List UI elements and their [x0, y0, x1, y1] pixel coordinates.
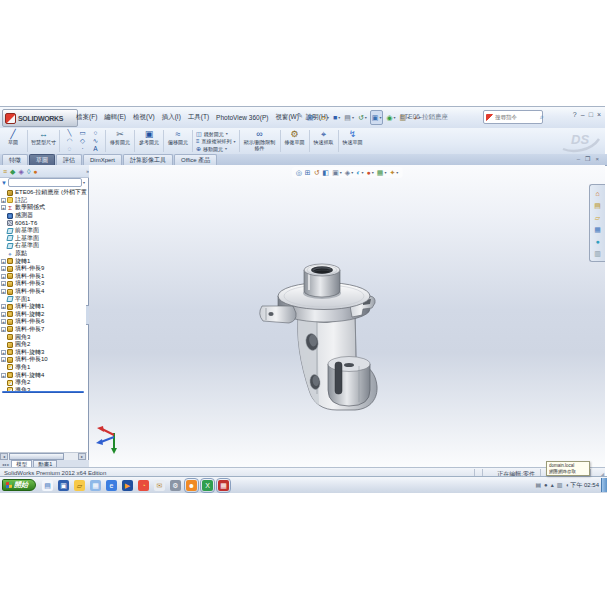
quick-snaps-button[interactable]: ⌖快速抓取 [311, 128, 337, 154]
expand-icon[interactable]: + [1, 198, 6, 203]
tree-item-圓角2[interactable]: 圓角2 [1, 341, 87, 349]
tree-item-右基準面[interactable]: 右基準面 [1, 242, 87, 250]
menu-item-4[interactable]: 工具(T) [188, 113, 209, 122]
convert-entities-button[interactable]: ▣參考圖元 [136, 128, 162, 154]
view-palette-tab-icon[interactable]: ▦ [594, 225, 601, 234]
undo-button[interactable]: ↺▾ [357, 111, 368, 124]
folder-taskbar-icon[interactable]: ▱ [74, 480, 85, 491]
tree-item-平面1[interactable]: 平面1 [1, 295, 87, 303]
search-icon[interactable]: ⌕ [540, 113, 544, 121]
start-button[interactable]: 開始 [2, 479, 36, 491]
expand-icon[interactable]: + [1, 327, 6, 332]
tree-item-導角2[interactable]: 導角2 [1, 379, 87, 387]
maximize-icon[interactable]: □ [589, 111, 593, 119]
search-input[interactable] [495, 114, 525, 120]
hide-show-items-button[interactable]: ◐▾ [356, 168, 363, 177]
menu-item-0[interactable]: 檔案(F) [76, 113, 97, 122]
tab-計算影像工具[interactable]: 計算影像工具 [123, 154, 173, 165]
tree-item-前基準面[interactable]: 前基準面 [1, 227, 87, 235]
expand-icon[interactable]: + [1, 205, 6, 210]
solidworks-running-taskbar-icon[interactable]: ▦ [218, 480, 229, 491]
zoom-area-button[interactable]: ⊞ [305, 168, 311, 177]
sketch-button[interactable]: ╱草圖 [0, 128, 26, 154]
point-tool-icon[interactable]: · [76, 145, 89, 153]
appearances-scenes-tab-icon[interactable]: ● [595, 237, 599, 246]
close-icon[interactable]: × [597, 111, 601, 119]
show-desktop-button[interactable] [601, 478, 607, 492]
tree-item-圓角3[interactable]: 圓角3 [1, 333, 87, 341]
tree-item-填料-伸長3[interactable]: +填料-伸長3 [1, 280, 87, 288]
displaymanager-tab-icon[interactable]: ● [33, 167, 37, 176]
menu-item-3[interactable]: 插入(I) [162, 113, 181, 122]
offset-entities-button[interactable]: ≈偏移圖元 [165, 128, 191, 154]
tree-root-item[interactable]: ETE06-拉銷應座 (外梢下置-密封<<-外梢 [1, 189, 87, 197]
update-tray-icon[interactable]: ● [544, 481, 548, 489]
view-settings-button[interactable]: ✦▾ [389, 168, 398, 177]
tab-特徵[interactable]: 特徵 [2, 154, 28, 165]
ellipse-tool-icon[interactable]: ◌ [63, 145, 76, 153]
doc-minimize-icon[interactable]: ‒ [577, 155, 580, 163]
dimxpertmanager-tab-icon[interactable]: ◊ [27, 167, 30, 176]
expand-icon[interactable]: + [1, 304, 6, 309]
propertymanager-tab-icon[interactable]: ◆ [10, 167, 15, 176]
menu-item-6[interactable]: 視窗(W) [275, 113, 298, 122]
apply-scene-button[interactable]: ▦▾ [377, 168, 387, 177]
expand-icon[interactable]: + [1, 259, 6, 264]
hidden-icons-tray-icon[interactable]: ▴ [551, 481, 554, 489]
settings-taskbar-icon[interactable]: ⚙ [170, 480, 181, 491]
filter-caret-icon[interactable]: ▾ [83, 180, 85, 185]
selection-filter-button[interactable]: ▣▾ [370, 110, 384, 125]
tree-item-填料-伸長1[interactable]: +填料-伸長1 [1, 273, 87, 281]
tree-item-上基準面[interactable]: 上基準面 [1, 235, 87, 243]
edit-appearance-button[interactable]: ●▾ [367, 168, 374, 177]
tree-item-填料-旋轉3[interactable]: +填料-旋轉3 [1, 348, 87, 356]
document-taskbar-icon[interactable]: ▤ [42, 480, 53, 491]
pin-icon[interactable]: ✎ [297, 112, 303, 120]
new-button[interactable]: ▤▾ [306, 111, 318, 124]
expand-icon[interactable]: + [1, 357, 6, 362]
tree-item-填料-旋轉2[interactable]: +填料-旋轉2 [1, 311, 87, 319]
expand-icon[interactable]: + [1, 373, 6, 378]
spline-tool-icon[interactable]: ∿ [89, 137, 102, 145]
expand-icon[interactable]: + [1, 274, 6, 279]
tree-item-原點[interactable]: ⌖原點 [1, 250, 87, 258]
solidworks-resources-tab-icon[interactable]: ⌂ [595, 189, 599, 198]
menu-item-2[interactable]: 檢視(V) [133, 113, 155, 122]
expand-icon[interactable]: + [1, 266, 6, 271]
rectangle-tool-icon[interactable]: ▭ [76, 129, 89, 137]
tab-評估[interactable]: 評估 [56, 154, 82, 165]
tab-DimXpert[interactable]: DimXpert [83, 154, 122, 165]
tree-item-填料-旋轉4[interactable]: +填料-旋轉4 [1, 371, 87, 379]
tree-item-填料-伸長4[interactable]: +填料-伸長4 [1, 288, 87, 296]
expand-icon[interactable]: + [1, 281, 6, 286]
tree-item-註記[interactable]: +註記 [1, 197, 87, 205]
print-button[interactable]: ▤▾ [343, 111, 355, 124]
chrome-taskbar-icon[interactable]: ◔ [138, 480, 149, 491]
repair-sketch-button[interactable]: ⚙修復草圖 [282, 128, 308, 154]
circle-tool-icon[interactable]: ○ [89, 129, 102, 137]
graphics-viewport[interactable]: ◎⊞↺◧▣▾◈▾◐▾●▾▦▾✦▾ [89, 165, 605, 467]
tree-item-填料-伸長10[interactable]: +填料-伸長10 [1, 356, 87, 364]
menu-item-5[interactable]: PhotoView 360(P) [216, 114, 268, 121]
rapid-sketch-button[interactable]: ↯快速草圖 [340, 128, 366, 154]
volume-tray-icon[interactable]: ◖ [565, 481, 569, 489]
smart-dimension-button[interactable]: ↔智慧型尺寸 [29, 128, 58, 154]
mirror-entities-button[interactable]: ◫鏡射圖元▾ [196, 130, 236, 137]
save-button[interactable]: ■▾ [332, 111, 341, 124]
trim-entities-button[interactable]: ✂修剪圖元 [107, 128, 133, 154]
doc-close-icon[interactable]: × [595, 155, 599, 163]
display-style-button[interactable]: ◈▾ [345, 168, 353, 177]
tree-item-感測器[interactable]: 感測器 [1, 212, 87, 220]
my-computer-taskbar-icon[interactable]: ▣ [58, 480, 69, 491]
arc-tool-icon[interactable]: ◠ [63, 137, 76, 145]
tab-草圖[interactable]: 草圖 [29, 154, 55, 165]
section-view-button[interactable]: ◧ [323, 168, 330, 177]
internet-explorer-taskbar-icon[interactable]: e [106, 480, 117, 491]
scroll-right-icon[interactable]: ▸ [78, 453, 86, 460]
spreadsheet-taskbar-icon[interactable]: X [202, 480, 213, 491]
expand-icon[interactable]: + [1, 312, 6, 317]
file-explorer-tab-icon[interactable]: ▱ [595, 213, 600, 222]
view-orientation-button[interactable]: ▣▾ [332, 168, 342, 177]
minimize-icon[interactable]: ‒ [581, 111, 585, 119]
mail-taskbar-icon[interactable]: ✉ [154, 480, 165, 491]
